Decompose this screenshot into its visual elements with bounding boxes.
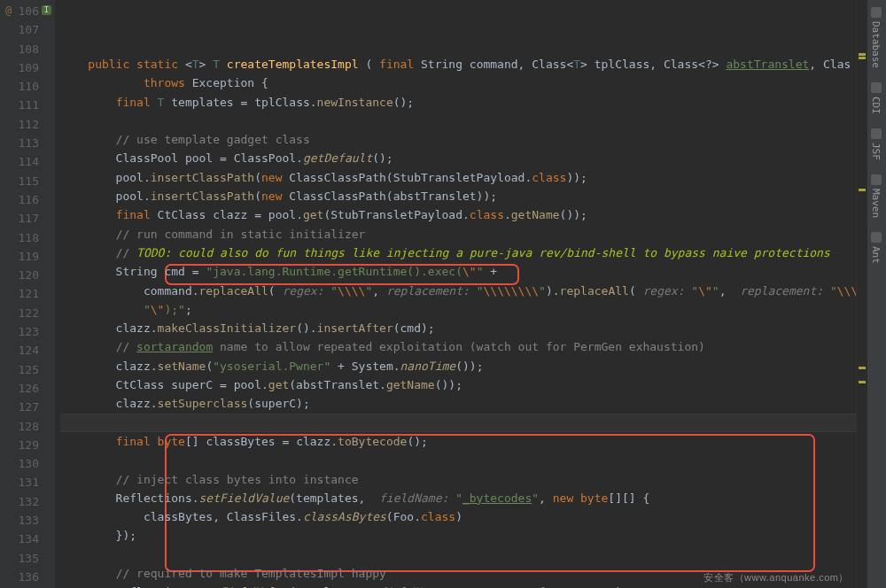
code-line[interactable]: public static <T> T createTemplatesImpl … xyxy=(60,55,886,74)
token-str: " xyxy=(532,491,539,505)
code-line[interactable]: final byte[] classBytes = clazz.toByteco… xyxy=(60,432,886,451)
line-number[interactable]: 118 xyxy=(0,228,55,247)
code-line[interactable]: clazz.setSuperclass(superC); xyxy=(60,394,886,413)
tool-tab-label: CDI xyxy=(870,97,882,114)
token-icall: setFieldValue xyxy=(199,491,290,505)
line-number[interactable]: 135 xyxy=(0,549,55,568)
code-line[interactable]: // use template gadget class xyxy=(60,130,886,149)
token-txt: String command, Class< xyxy=(421,58,573,71)
token-txt: CtClass clazz = pool. xyxy=(158,208,303,221)
code-line[interactable]: String cmd = "java.lang.Runtime.getRunti… xyxy=(60,262,886,281)
token-txt: Reflections. xyxy=(60,491,199,505)
code-editor[interactable]: 1061071081091101111121131141151161171181… xyxy=(0,0,886,588)
line-number[interactable]: 122 xyxy=(0,304,55,322)
line-number[interactable]: 136 xyxy=(0,568,55,586)
code-line[interactable]: // sortarandom name to allow repeated ex… xyxy=(60,337,886,356)
line-number-gutter[interactable]: 1061071081091101111121131141151161171181… xyxy=(0,0,55,588)
line-number[interactable]: 131 xyxy=(0,473,55,491)
line-number[interactable]: 113 xyxy=(0,134,55,152)
line-number[interactable]: 106 xyxy=(0,2,55,20)
tool-tab-cdi[interactable]: CDI xyxy=(867,75,884,121)
token-txt xyxy=(60,58,88,71)
stripe-marker[interactable] xyxy=(859,53,866,56)
code-line[interactable] xyxy=(60,545,886,564)
line-number[interactable]: 107 xyxy=(0,20,55,39)
token-txt xyxy=(60,435,116,448)
token-txt: ( xyxy=(268,284,283,298)
code-line[interactable]: // inject class bytes into instance xyxy=(60,470,886,489)
token-ty: T xyxy=(573,58,580,71)
token-txt: < xyxy=(185,58,192,71)
code-line[interactable] xyxy=(60,414,886,432)
token-call: insertClassPath xyxy=(151,190,254,203)
line-number[interactable]: 126 xyxy=(0,379,55,398)
line-number[interactable]: 117 xyxy=(0,209,55,228)
line-number[interactable]: 134 xyxy=(0,530,55,548)
line-number[interactable]: 125 xyxy=(0,360,55,379)
token-txt: [][] { xyxy=(608,491,649,505)
line-number[interactable]: 124 xyxy=(0,341,55,360)
token-txt: , xyxy=(719,284,740,298)
tool-tab-label: Maven xyxy=(870,189,882,218)
line-number[interactable]: 133 xyxy=(0,511,55,530)
token-txt: (); xyxy=(393,96,414,109)
tool-tab-jsf[interactable]: JSF xyxy=(867,121,884,167)
error-stripe[interactable] xyxy=(856,0,867,588)
code-line[interactable]: CtClass superC = pool.get(abstTranslet.g… xyxy=(60,375,886,394)
stripe-marker[interactable] xyxy=(859,381,866,383)
line-number[interactable]: 123 xyxy=(0,322,55,341)
token-txt: > tplClass, Class<?> xyxy=(580,58,726,71)
token-txt: ( xyxy=(359,58,379,71)
token-param: fieldName: xyxy=(379,491,455,505)
line-number[interactable]: 130 xyxy=(0,454,55,473)
token-fld: sortarandom xyxy=(136,340,213,353)
token-call: replaceAll xyxy=(199,284,268,298)
line-number[interactable]: 116 xyxy=(0,190,55,209)
line-number[interactable]: 109 xyxy=(0,58,55,77)
code-line[interactable]: }); xyxy=(60,526,886,545)
code-line[interactable]: // run command in static initializer xyxy=(60,225,886,244)
token-txt xyxy=(60,133,116,146)
code-line[interactable]: throws Exception { xyxy=(60,74,886,92)
code-line[interactable] xyxy=(60,112,886,130)
code-line[interactable]: final T templates = tplClass.newInstance… xyxy=(60,93,886,112)
line-number[interactable]: 129 xyxy=(0,436,55,454)
line-number[interactable]: 110 xyxy=(0,77,55,96)
line-number[interactable]: 120 xyxy=(0,266,55,284)
code-line[interactable]: clazz.setName("ysoserial.Pwner" + System… xyxy=(60,357,886,375)
code-line[interactable]: // TODO: could also do fun things like i… xyxy=(60,244,886,262)
line-number[interactable]: 119 xyxy=(0,247,55,266)
code-line[interactable]: classBytes, ClassFiles.classAsBytes(Foo.… xyxy=(60,507,886,526)
code-line[interactable]: command.replaceAll( regex: "\\\\", repla… xyxy=(60,282,886,300)
code-line[interactable]: ClassPool pool = ClassPool.getDefault(); xyxy=(60,149,886,167)
line-number[interactable]: 114 xyxy=(0,152,55,171)
line-number[interactable]: 111 xyxy=(0,96,55,114)
tool-tab-database[interactable]: Database xyxy=(867,0,884,75)
line-number[interactable]: 128 xyxy=(0,417,55,436)
token-call: newInstance xyxy=(317,96,393,109)
token-txt xyxy=(60,246,116,259)
line-number[interactable]: 121 xyxy=(0,284,55,303)
token-txt: ). xyxy=(546,284,560,298)
code-line[interactable]: Reflections.setFieldValue(templates, fie… xyxy=(60,489,886,507)
stripe-marker[interactable] xyxy=(859,57,866,59)
line-number[interactable]: 112 xyxy=(0,115,55,134)
line-number[interactable]: 108 xyxy=(0,40,55,58)
code-line[interactable]: "\");"; xyxy=(60,300,886,319)
code-line[interactable]: final CtClass clazz = pool.get(StubTrans… xyxy=(60,205,886,224)
token-txt xyxy=(220,58,227,71)
stripe-marker[interactable] xyxy=(859,189,866,191)
token-kw: final xyxy=(379,58,421,71)
line-number[interactable]: 115 xyxy=(0,172,55,190)
code-area[interactable]: public static <T> T createTemplatesImpl … xyxy=(55,0,886,588)
code-line[interactable]: clazz.makeClassInitializer().insertAfter… xyxy=(60,319,886,337)
code-line[interactable] xyxy=(60,451,886,469)
line-number[interactable]: 132 xyxy=(0,492,55,511)
tool-tab-maven[interactable]: Maven xyxy=(867,167,884,225)
line-number[interactable]: 127 xyxy=(0,398,55,416)
token-str: " xyxy=(144,303,151,316)
stripe-marker[interactable] xyxy=(859,367,866,369)
code-line[interactable]: pool.insertClassPath(new ClassClassPath(… xyxy=(60,168,886,187)
tool-tab-ant[interactable]: Ant xyxy=(867,225,884,271)
code-line[interactable]: pool.insertClassPath(new ClassClassPath(… xyxy=(60,187,886,205)
